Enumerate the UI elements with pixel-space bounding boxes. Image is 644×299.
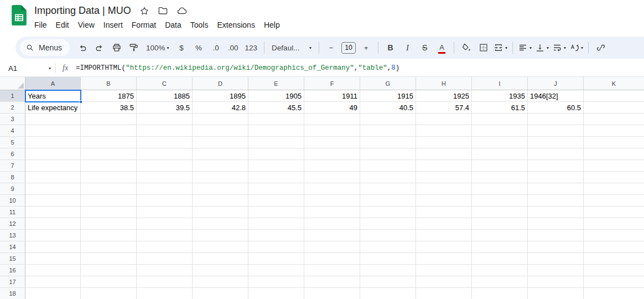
- cell-C10[interactable]: [137, 195, 193, 207]
- cell-F4[interactable]: [304, 125, 360, 137]
- increase-decimal-button[interactable]: .00: [225, 40, 241, 55]
- cell-F10[interactable]: [304, 195, 360, 207]
- cell-F15[interactable]: [304, 253, 360, 265]
- paint-format-button[interactable]: [126, 40, 142, 55]
- cell-E3[interactable]: [248, 114, 304, 125]
- cell-B17[interactable]: [81, 276, 137, 288]
- cell-H7[interactable]: [416, 160, 472, 172]
- italic-button[interactable]: I: [399, 40, 416, 55]
- cell-B3[interactable]: [81, 114, 137, 125]
- format-currency-button[interactable]: $: [174, 40, 190, 55]
- row-header-4[interactable]: 4: [0, 125, 25, 137]
- column-header-H[interactable]: H: [416, 77, 472, 90]
- cell-F2[interactable]: 49: [304, 102, 360, 114]
- cell-I18[interactable]: [472, 288, 528, 299]
- cell-E6[interactable]: [248, 148, 304, 160]
- cell-H3[interactable]: [416, 114, 472, 125]
- cell-F9[interactable]: [304, 183, 360, 195]
- cell-I2[interactable]: 61.5: [472, 102, 528, 114]
- cell-C17[interactable]: [137, 276, 193, 288]
- text-rotation-button[interactable]: ▾: [568, 40, 584, 55]
- cell-K10[interactable]: [584, 195, 644, 207]
- cell-H2[interactable]: 57.4: [416, 102, 472, 114]
- cell-B16[interactable]: [81, 265, 137, 276]
- cell-G16[interactable]: [360, 265, 416, 276]
- cell-A18[interactable]: [25, 288, 81, 299]
- cell-G10[interactable]: [360, 195, 416, 207]
- cell-K12[interactable]: [584, 218, 644, 230]
- cell-E5[interactable]: [248, 137, 304, 148]
- cell-I5[interactable]: [472, 137, 528, 148]
- font-family-select[interactable]: Defaul... ▾: [268, 40, 315, 55]
- increase-font-size-button[interactable]: +: [358, 40, 374, 55]
- cell-E13[interactable]: [248, 230, 304, 241]
- menu-data[interactable]: Data: [160, 19, 186, 30]
- cell-D16[interactable]: [193, 265, 248, 276]
- cell-H6[interactable]: [416, 148, 472, 160]
- column-header-B[interactable]: B: [81, 77, 137, 90]
- cell-I4[interactable]: [472, 125, 528, 137]
- bold-button[interactable]: B: [382, 40, 398, 55]
- cell-J17[interactable]: [528, 276, 584, 288]
- cell-A12[interactable]: [25, 218, 81, 230]
- cell-B10[interactable]: [81, 195, 137, 207]
- cell-C16[interactable]: [137, 265, 193, 276]
- cell-A13[interactable]: [25, 230, 81, 241]
- cell-K15[interactable]: [584, 253, 644, 265]
- cell-A10[interactable]: [25, 195, 81, 207]
- cell-D15[interactable]: [193, 253, 248, 265]
- cell-H5[interactable]: [416, 137, 472, 148]
- cell-G8[interactable]: [360, 172, 416, 183]
- cell-E16[interactable]: [248, 265, 304, 276]
- column-header-A[interactable]: A: [25, 77, 81, 90]
- cell-J8[interactable]: [528, 172, 584, 183]
- cell-K5[interactable]: [584, 137, 644, 148]
- column-header-I[interactable]: I: [472, 77, 528, 90]
- cell-I7[interactable]: [472, 160, 528, 172]
- cell-J14[interactable]: [528, 241, 584, 253]
- cell-E17[interactable]: [248, 276, 304, 288]
- cell-H9[interactable]: [416, 183, 472, 195]
- column-header-K[interactable]: K: [584, 77, 644, 90]
- cell-H18[interactable]: [416, 288, 472, 299]
- cell-D13[interactable]: [193, 230, 248, 241]
- cell-E7[interactable]: [248, 160, 304, 172]
- cell-F11[interactable]: [304, 207, 360, 218]
- cell-H17[interactable]: [416, 276, 472, 288]
- cell-B12[interactable]: [81, 218, 137, 230]
- cell-E12[interactable]: [248, 218, 304, 230]
- cell-I13[interactable]: [472, 230, 528, 241]
- cell-F7[interactable]: [304, 160, 360, 172]
- cell-F12[interactable]: [304, 218, 360, 230]
- redo-button[interactable]: [91, 40, 107, 55]
- cell-G17[interactable]: [360, 276, 416, 288]
- cell-J10[interactable]: [528, 195, 584, 207]
- cell-D8[interactable]: [193, 172, 248, 183]
- document-title[interactable]: Importing Data | MUO: [34, 5, 131, 17]
- cell-B4[interactable]: [81, 125, 137, 137]
- menu-tools[interactable]: Tools: [186, 19, 213, 30]
- row-header-10[interactable]: 10: [0, 195, 25, 207]
- column-header-C[interactable]: C: [137, 77, 193, 90]
- cell-D6[interactable]: [193, 148, 248, 160]
- star-icon[interactable]: [139, 6, 150, 17]
- cell-B2[interactable]: 38.5: [81, 102, 137, 114]
- cell-E2[interactable]: 45.5: [248, 102, 304, 114]
- menu-help[interactable]: Help: [259, 19, 284, 30]
- cell-E8[interactable]: [248, 172, 304, 183]
- cell-A9[interactable]: [25, 183, 81, 195]
- cell-I15[interactable]: [472, 253, 528, 265]
- decrease-decimal-button[interactable]: .0: [208, 40, 224, 55]
- cell-F1[interactable]: 1911: [304, 90, 360, 102]
- cell-C4[interactable]: [137, 125, 193, 137]
- text-wrap-button[interactable]: ▾: [551, 40, 567, 55]
- text-color-button[interactable]: A: [434, 40, 450, 55]
- undo-button[interactable]: [74, 40, 90, 55]
- cell-I11[interactable]: [472, 207, 528, 218]
- menu-file[interactable]: File: [30, 19, 51, 30]
- cell-C5[interactable]: [137, 137, 193, 148]
- column-header-D[interactable]: D: [193, 77, 248, 90]
- row-header-13[interactable]: 13: [0, 230, 25, 241]
- cell-K16[interactable]: [584, 265, 644, 276]
- cell-B5[interactable]: [81, 137, 137, 148]
